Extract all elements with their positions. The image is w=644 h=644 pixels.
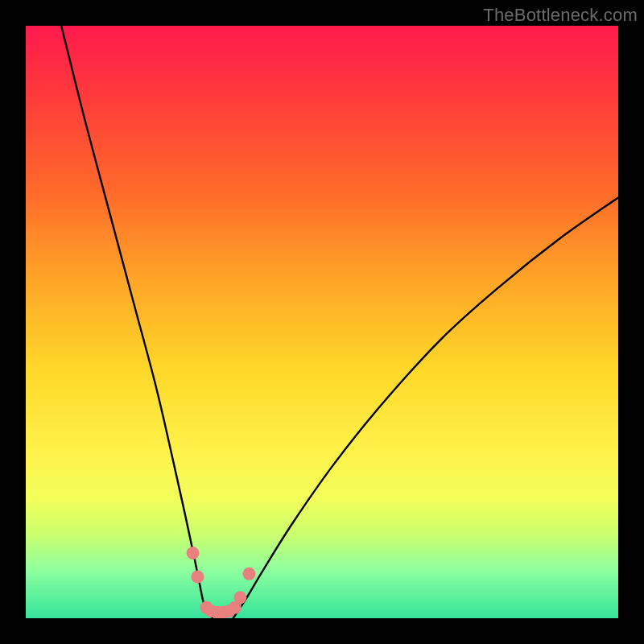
curve-layer	[61, 26, 618, 618]
marker-point	[242, 568, 255, 580]
chart-svg	[26, 26, 618, 618]
marker-point	[187, 547, 200, 559]
outer-frame: TheBottleneck.com	[0, 0, 644, 644]
marker-point	[233, 591, 246, 604]
curve-left-branch	[61, 26, 213, 618]
watermark-text: TheBottleneck.com	[483, 5, 638, 26]
marker-layer	[187, 547, 256, 618]
marker-point	[191, 570, 204, 583]
curve-right-branch	[233, 197, 618, 618]
gradient-plot-area	[26, 26, 618, 618]
